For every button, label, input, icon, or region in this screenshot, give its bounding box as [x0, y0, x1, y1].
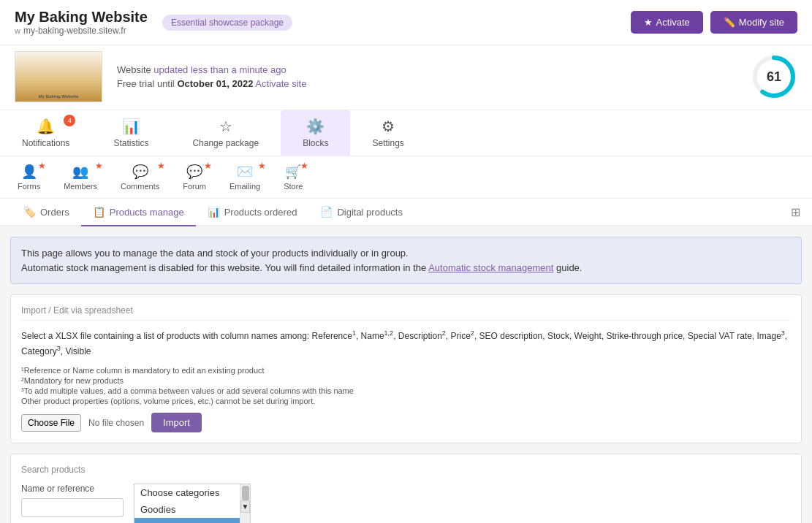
site-info: My Baking Website my-baking-website.site… [15, 9, 148, 36]
top-actions: ★ Activate ✏️ Modify site [631, 11, 797, 34]
name-ref-input[interactable] [21, 498, 124, 517]
forms-star: ★ [38, 161, 46, 171]
gear-icon: ⚙️ [306, 118, 325, 135]
note-4: Other product properties (options, volum… [21, 397, 791, 405]
info-line2: Automatic stock management is disabled f… [21, 261, 791, 275]
site-url: my-baking-website.sitew.fr [15, 26, 148, 36]
sub-nav-members[interactable]: ★ 👥 Members [52, 159, 109, 195]
top-bar: My Baking Website my-baking-website.site… [0, 0, 812, 45]
forum-label: Forum [183, 182, 206, 191]
import-section-title: Import / Edit via spreadsheet [21, 305, 791, 321]
forms-icon: 👤 [21, 164, 37, 180]
tab-blocks[interactable]: ⚙️ Blocks [281, 110, 350, 156]
note-3: ³To add multiple values, add a comma bet… [21, 386, 791, 395]
tab-statistics-label: Statistics [113, 138, 148, 148]
digital-products-label: Digital products [337, 207, 403, 218]
emailing-star: ★ [258, 161, 266, 171]
comments-label: Comments [121, 182, 159, 191]
bell-icon: 🔔 [37, 118, 55, 135]
tab-notifications[interactable]: 4 🔔 Notifications [0, 110, 91, 156]
package-badge: Essential showcase package [162, 15, 292, 31]
sub-nav-store[interactable]: ★ 🛒 Store [272, 159, 314, 195]
notification-badge: 4 [64, 115, 75, 126]
main-content: This page allows you to manage the data … [0, 226, 812, 523]
sub-nav-emailing[interactable]: ★ ✉️ Emailing [218, 159, 272, 195]
emailing-icon: ✉️ [237, 164, 253, 180]
store-icon: 🛒 [285, 164, 301, 180]
sub-nav: ★ 👤 Forms ★ 👥 Members ★ 💬 Comments ★ 💬 F… [0, 156, 812, 199]
tab-orders[interactable]: 🏷️ Orders [12, 199, 81, 226]
file-row: Choose File No file chosen Import [21, 413, 791, 432]
category-option-0[interactable]: Choose categories [134, 484, 240, 501]
tab-digital-products[interactable]: 📄 Digital products [308, 199, 414, 226]
name-ref-label: Name or reference [21, 484, 124, 494]
modify-site-button[interactable]: ✏️ Modify site [710, 11, 797, 34]
store-star: ★ [300, 161, 308, 171]
tab-change-package-label: Change package [192, 138, 259, 148]
tab-products-manage[interactable]: 📋 Products manage [81, 199, 196, 226]
tab-settings[interactable]: ⚙ Settings [350, 110, 425, 156]
toolbar-icon: ⊞ [791, 205, 800, 219]
content-tabs: 🏷️ Orders 📋 Products manage 📊 Products o… [0, 199, 812, 226]
score-circle: 61 [751, 53, 797, 100]
tab-notifications-label: Notifications [22, 138, 69, 148]
tab-settings-label: Settings [372, 138, 403, 148]
import-button[interactable]: Import [151, 413, 202, 432]
score-number: 61 [767, 69, 781, 85]
store-label: Store [284, 182, 303, 191]
note-1: ¹Reference or Name column is mandatory t… [21, 366, 791, 375]
auto-stock-link[interactable]: Automatic stock management [428, 262, 553, 273]
forum-icon: 💬 [186, 164, 202, 180]
site-title: My Baking Website [15, 9, 148, 26]
trial-info: Free trial until October 01, 2022 Activa… [117, 78, 736, 89]
sub-nav-forms[interactable]: ★ 👤 Forms [6, 159, 52, 195]
activate-button[interactable]: ★ Activate [631, 11, 703, 34]
members-label: Members [64, 182, 97, 191]
name-ref-col: Name or reference [21, 484, 124, 517]
digital-products-icon: 📄 [320, 206, 333, 218]
category-select-wrapper: Choose categories Goodies Muffins Cookie… [134, 484, 251, 523]
nav-tabs: 4 🔔 Notifications 📊 Statistics ☆ Change … [0, 110, 812, 156]
chart-icon: 📊 [122, 118, 140, 135]
products-manage-icon: 📋 [93, 206, 105, 218]
category-option-2[interactable]: Muffins [134, 518, 240, 523]
import-desc: Select a XLSX file containing a list of … [21, 328, 791, 359]
members-icon: 👥 [72, 164, 88, 180]
activate-site-link[interactable]: Activate site [255, 78, 306, 89]
website-info-bar: My Baking Website Website updated less t… [0, 45, 812, 110]
sub-nav-comments[interactable]: ★ 💬 Comments [109, 159, 171, 195]
search-title: Search products [21, 465, 791, 475]
orders-label: Orders [40, 207, 69, 218]
tab-products-ordered[interactable]: 📊 Products ordered [196, 199, 309, 226]
orders-icon: 🏷️ [23, 206, 36, 218]
note-2: ²Mandatory for new products [21, 376, 791, 385]
settings-icon: ⚙ [382, 118, 395, 135]
tab-blocks-label: Blocks [303, 138, 328, 148]
scroll-down-btn[interactable]: ▼ [240, 500, 250, 513]
import-section: Import / Edit via spreadsheet Select a X… [10, 294, 802, 443]
scrollbar-thumb[interactable] [242, 486, 249, 500]
members-star: ★ [95, 161, 103, 171]
tab-statistics[interactable]: 📊 Statistics [91, 110, 170, 156]
forum-star: ★ [204, 161, 212, 171]
update-highlight: updated less than a minute ago [153, 64, 286, 75]
comments-star: ★ [157, 161, 165, 171]
update-status: Website updated less than a minute ago [117, 64, 736, 75]
choose-file-button[interactable]: Choose File [21, 414, 81, 432]
tab-change-package[interactable]: ☆ Change package [170, 110, 281, 156]
info-line1: This page allows you to manage the data … [21, 246, 791, 261]
scrollbar-track[interactable]: ▼ [240, 484, 250, 523]
comments-icon: 💬 [132, 164, 148, 180]
category-option-1[interactable]: Goodies [134, 501, 240, 518]
sub-nav-forum[interactable]: ★ 💬 Forum [171, 159, 218, 195]
products-ordered-label: Products ordered [224, 207, 297, 218]
forms-label: Forms [18, 182, 40, 191]
star-outline-icon: ☆ [219, 118, 232, 135]
dropdown-list-inner: Choose categories Goodies Muffins Cookie… [134, 484, 240, 523]
category-dropdown[interactable]: Choose categories Goodies Muffins Cookie… [134, 484, 251, 523]
pencil-icon: ✏️ [724, 17, 735, 28]
no-file-label: No file chosen [88, 418, 144, 428]
website-status: Website updated less than a minute ago F… [117, 64, 736, 89]
emailing-label: Emailing [229, 182, 260, 191]
thumbnail-label: My Baking Website [15, 94, 102, 99]
